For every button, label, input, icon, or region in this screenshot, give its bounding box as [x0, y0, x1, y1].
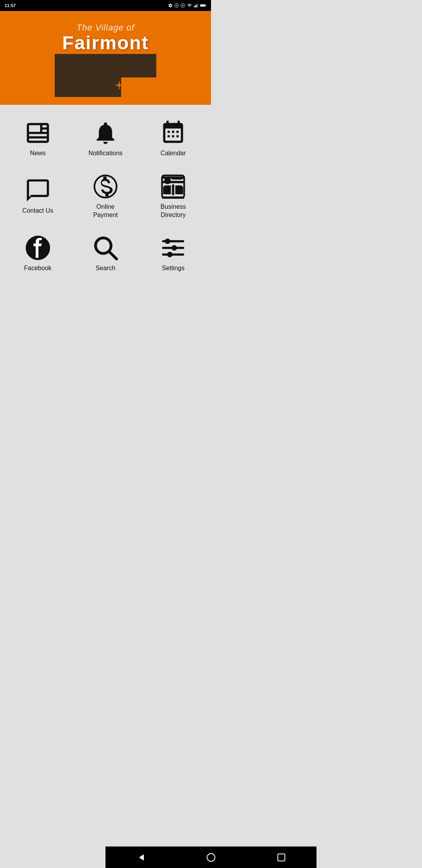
- svg-rect-7: [198, 4, 198, 7]
- svg-rect-10: [200, 5, 205, 6]
- svg-point-25: [165, 239, 170, 244]
- payment-label: Online Payment: [93, 203, 118, 219]
- battery-icon: [200, 3, 206, 8]
- business-icon: [160, 173, 186, 200]
- settings-icon: [160, 235, 186, 261]
- search-label: Search: [96, 264, 116, 273]
- menu-item-notifications[interactable]: Notifications: [72, 113, 139, 162]
- svg-text:S: S: [176, 4, 177, 7]
- menu-item-facebook[interactable]: Facebook: [4, 228, 72, 277]
- svg-point-16: [165, 178, 171, 184]
- contact-icon: [25, 177, 51, 204]
- calendar-icon: [160, 120, 186, 146]
- status-time-area: 11:57: [5, 3, 16, 8]
- wifi-icon: [187, 3, 192, 8]
- menu-item-search[interactable]: Search: [72, 228, 139, 277]
- notifications-label: Notifications: [88, 149, 122, 158]
- city-name-label: Fairmont: [62, 33, 148, 54]
- header-text: The Village of Fairmont: [62, 23, 148, 54]
- menu-item-contact[interactable]: Contact Us: [4, 166, 72, 224]
- search-icon: [92, 235, 119, 261]
- payment-icon: [92, 173, 119, 200]
- facebook-label: Facebook: [24, 264, 52, 273]
- calendar-label: Calendar: [161, 149, 186, 158]
- facebook-icon: [25, 235, 51, 261]
- news-icon: [25, 120, 51, 146]
- menu-grid: News Notifications Calendar Contact Us: [0, 105, 211, 285]
- svg-rect-9: [206, 5, 206, 6]
- google-icon: G: [181, 3, 185, 8]
- settings-status-icon: [168, 3, 173, 8]
- news-label: News: [30, 149, 46, 158]
- settings-label: Settings: [162, 264, 184, 273]
- status-bar: 11:57 S G: [0, 0, 211, 11]
- contact-label: Contact Us: [22, 207, 53, 215]
- svg-rect-20: [178, 187, 183, 194]
- menu-item-settings[interactable]: Settings: [139, 228, 207, 277]
- svg-rect-19: [163, 187, 169, 194]
- time-display: 11:57: [5, 3, 16, 8]
- svg-text:G: G: [182, 4, 184, 7]
- svg-rect-5: [195, 5, 196, 7]
- svg-point-27: [172, 245, 177, 251]
- menu-item-business[interactable]: Business Directory: [139, 166, 207, 224]
- status-icons: S G: [168, 3, 206, 8]
- menu-item-news[interactable]: News: [4, 113, 72, 162]
- svg-line-23: [109, 252, 116, 259]
- svg-rect-4: [194, 6, 195, 7]
- village-of-label: The Village of: [62, 23, 148, 33]
- svg-rect-6: [197, 4, 197, 7]
- menu-item-calendar[interactable]: Calendar: [139, 113, 207, 162]
- signal-icon: [194, 3, 198, 8]
- sync-icon: S: [174, 3, 179, 8]
- business-label: Business Directory: [161, 203, 186, 219]
- menu-item-payment[interactable]: Online Payment: [72, 166, 139, 224]
- header-banner: The Village of Fairmont: [0, 11, 211, 105]
- svg-point-29: [167, 252, 173, 257]
- notifications-icon: [92, 120, 119, 146]
